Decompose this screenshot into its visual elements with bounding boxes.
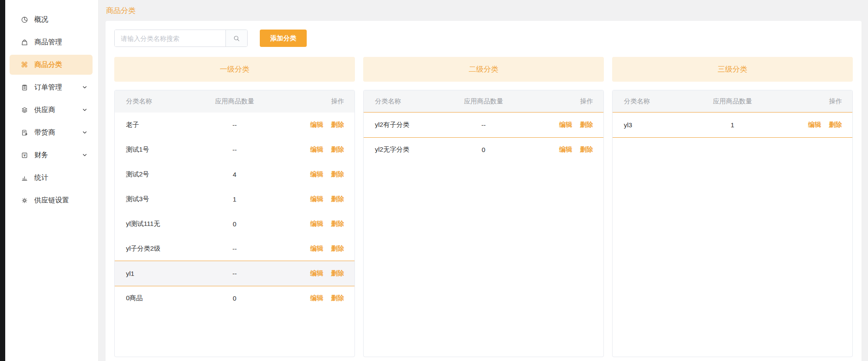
category-name: yl子分类2级: [115, 245, 196, 253]
column-header-name: 分类名称: [364, 97, 445, 106]
layers-icon: [21, 106, 28, 114]
table-row[interactable]: yl测试111无 0 编辑删除: [115, 212, 354, 236]
shopping-bag-icon: [21, 39, 28, 46]
applied-product-count: 0: [196, 295, 273, 302]
pie-chart-icon: [21, 16, 28, 23]
sidebar-item-distributor[interactable]: 带货商: [10, 123, 93, 142]
applied-product-count: 4: [196, 171, 273, 178]
applied-product-count: --: [196, 270, 273, 277]
delete-link[interactable]: 删除: [580, 146, 593, 154]
edit-link[interactable]: 编辑: [310, 146, 323, 154]
category-name: yl1: [115, 270, 196, 277]
chevron-down-icon: [82, 130, 87, 135]
table-row[interactable]: 老子 -- 编辑删除: [115, 113, 354, 137]
sidebar-item-label: 订单管理: [34, 83, 62, 92]
sidebar: 概况 商品管理 ⌘ 商品分类 订单管理 供应商 带货商: [5, 0, 99, 361]
category-columns: 一级分类 分类名称 应用商品数量 操作 老子 -- 编辑删除 测试1号 --: [114, 57, 853, 357]
category-name: yl测试111无: [115, 220, 196, 228]
level1-table: 分类名称 应用商品数量 操作 老子 -- 编辑删除 测试1号 -- 编辑删除: [114, 90, 355, 357]
delete-link[interactable]: 删除: [331, 121, 344, 129]
chevron-down-icon: [82, 107, 87, 113]
edit-link[interactable]: 编辑: [310, 269, 323, 278]
applied-product-count: --: [196, 245, 273, 252]
delete-link[interactable]: 删除: [331, 269, 344, 278]
table-row-selected[interactable]: yl2有子分类 -- 编辑删除: [364, 113, 603, 137]
command-icon: ⌘: [21, 61, 28, 69]
sidebar-item-label: 商品分类: [34, 60, 62, 70]
applied-product-count: 0: [196, 220, 273, 228]
search-button[interactable]: [225, 30, 247, 46]
clipboard-icon: [21, 84, 28, 91]
table-row[interactable]: 0商品 0 编辑删除: [115, 286, 354, 311]
sidebar-item-label: 财务: [34, 151, 48, 160]
table-header: 分类名称 应用商品数量 操作: [115, 90, 354, 113]
toolbar: 添加分类: [114, 30, 853, 47]
edit-link[interactable]: 编辑: [310, 220, 323, 228]
sidebar-item-label: 供应链设置: [34, 196, 69, 205]
applied-product-count: --: [196, 146, 273, 153]
edit-link[interactable]: 编辑: [310, 245, 323, 253]
delete-link[interactable]: 删除: [829, 121, 842, 129]
edit-link[interactable]: 编辑: [310, 195, 323, 203]
column-header-name: 分类名称: [115, 97, 196, 106]
add-category-button[interactable]: 添加分类: [260, 30, 307, 47]
sidebar-item-product-category[interactable]: ⌘ 商品分类: [10, 55, 93, 75]
yuan-icon: ¥: [21, 152, 28, 159]
column-header-actions: 操作: [273, 97, 354, 106]
category-name: 测试1号: [115, 146, 196, 154]
applied-product-count: --: [196, 121, 273, 129]
category-name: 测试2号: [115, 170, 196, 179]
category-name: yl2无字分类: [364, 146, 445, 154]
content-card: 添加分类 一级分类 分类名称 应用商品数量 操作 老子 -- 编辑删除: [106, 21, 861, 361]
edit-link[interactable]: 编辑: [559, 121, 572, 129]
sidebar-item-supplier[interactable]: 供应商: [10, 100, 93, 120]
sidebar-item-order-management[interactable]: 订单管理: [10, 77, 93, 97]
edit-link[interactable]: 编辑: [310, 121, 323, 129]
delete-link[interactable]: 删除: [580, 121, 593, 129]
edit-link[interactable]: 编辑: [310, 294, 323, 302]
sidebar-item-label: 概况: [34, 15, 48, 24]
chevron-down-icon: [82, 85, 87, 90]
table-header: 分类名称 应用商品数量 操作: [364, 90, 603, 113]
category-name: yl3: [613, 121, 694, 129]
sidebar-item-overview[interactable]: 概况: [10, 10, 93, 30]
applied-product-count: 1: [694, 121, 771, 129]
table-row-selected[interactable]: yl1 -- 编辑删除: [115, 261, 354, 286]
sidebar-item-product-management[interactable]: 商品管理: [10, 32, 93, 52]
category-search-box: [114, 30, 248, 47]
search-input[interactable]: [115, 30, 225, 46]
edit-link[interactable]: 编辑: [808, 121, 821, 129]
edit-link[interactable]: 编辑: [310, 170, 323, 179]
table-row[interactable]: 测试1号 -- 编辑删除: [115, 137, 354, 162]
table-row[interactable]: yl子分类2级 -- 编辑删除: [115, 236, 354, 261]
sidebar-item-finance[interactable]: ¥ 财务: [10, 145, 93, 165]
edit-link[interactable]: 编辑: [559, 146, 572, 154]
left-dark-rail: [0, 0, 5, 361]
sidebar-item-label: 供应商: [34, 106, 55, 115]
delete-link[interactable]: 删除: [331, 170, 344, 179]
category-name: 0商品: [115, 294, 196, 302]
delete-link[interactable]: 删除: [331, 245, 344, 253]
table-row[interactable]: 测试2号 4 编辑删除: [115, 162, 354, 187]
delete-link[interactable]: 删除: [331, 146, 344, 154]
delete-link[interactable]: 删除: [331, 220, 344, 228]
sidebar-item-label: 统计: [34, 173, 48, 182]
svg-text:¥: ¥: [23, 153, 26, 157]
category-name: yl2有子分类: [364, 121, 445, 129]
column-header-actions: 操作: [771, 97, 852, 106]
document-arrow-icon: [21, 129, 28, 136]
sidebar-item-supply-chain-settings[interactable]: 供应链设置: [10, 190, 93, 210]
table-row[interactable]: yl2无字分类 0 编辑删除: [364, 137, 603, 162]
category-name: 老子: [115, 121, 196, 129]
table-header: 分类名称 应用商品数量 操作: [613, 90, 852, 113]
bar-chart-icon: [21, 174, 28, 182]
page-title: 商品分类: [106, 6, 136, 16]
delete-link[interactable]: 删除: [331, 195, 344, 203]
sidebar-item-statistics[interactable]: 统计: [10, 168, 93, 188]
sidebar-item-label: 商品管理: [34, 38, 62, 47]
table-row[interactable]: 测试3号 1 编辑删除: [115, 187, 354, 212]
delete-link[interactable]: 删除: [331, 294, 344, 302]
table-row-selected[interactable]: yl3 1 编辑删除: [613, 113, 852, 137]
main-area: 商品分类 添加分类 一级分类 分类名称 应用商品数量 操作: [99, 0, 868, 361]
level2-table: 分类名称 应用商品数量 操作 yl2有子分类 -- 编辑删除 yl2无字分类 0…: [363, 90, 604, 357]
